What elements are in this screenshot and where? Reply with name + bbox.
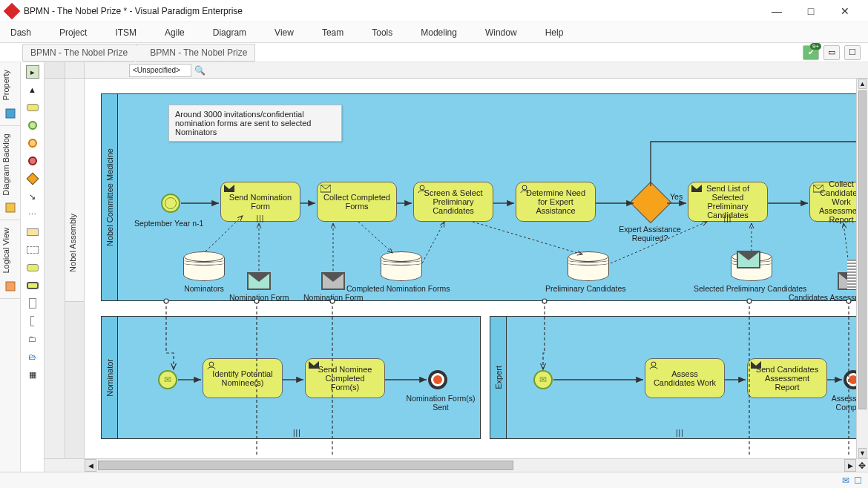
palette-cursor[interactable]: ▸ (26, 65, 39, 79)
task-send-list[interactable]: Send List of Selected Preliminary Candid… (688, 182, 768, 222)
breadcrumb-root[interactable]: BPMN - The Nobel Prize (22, 44, 136, 62)
pool-expert[interactable]: Expert Assess Candidates Work Send Candi… (490, 316, 856, 439)
menu-help[interactable]: Help (545, 27, 564, 38)
task-screen-select[interactable]: Screen & Select Preliminary Candidates (413, 182, 493, 222)
menu-modeling[interactable]: Modeling (421, 27, 457, 38)
expert-end[interactable] (844, 370, 856, 389)
send-icon (751, 361, 761, 370)
datastore-nominators[interactable]: Nominators (183, 251, 225, 286)
menu-project[interactable]: Project (59, 27, 87, 38)
palette-assoc[interactable]: ⋯ (26, 208, 39, 221)
layout-icon[interactable]: ▭ (823, 45, 840, 60)
scroll-up-arrow[interactable]: ▲ (858, 79, 867, 89)
task-send-assessment[interactable]: Send Candidates Assessment Report (747, 358, 827, 398)
user-icon (519, 185, 530, 194)
menu-team[interactable]: Team (322, 27, 343, 38)
svg-point-27 (209, 362, 214, 366)
palette-subprocess[interactable] (26, 261, 39, 274)
vscroll-thumb[interactable] (858, 90, 867, 409)
palette-task-yellow[interactable] (26, 101, 39, 114)
multi-instance-marker: ||| (293, 429, 301, 437)
tab-property[interactable]: Property (0, 62, 20, 126)
palette-event-green[interactable] (26, 119, 39, 132)
task-identify-nominees[interactable]: Identify Potential Nominee(s) (203, 358, 283, 398)
start-event-timer[interactable] (161, 194, 180, 213)
horizontal-scrollbar[interactable]: ◀ ▶ ✥ (45, 458, 868, 472)
diagram-canvas[interactable]: Nobel Committee Medicine Around 3000 inv… (85, 79, 856, 458)
tab-logical[interactable]: Logical View (0, 220, 20, 299)
palette-folder[interactable]: 🗁 (26, 350, 39, 363)
search-icon[interactable]: 🔍 (194, 65, 206, 76)
user-icon (648, 361, 659, 370)
resize-handle[interactable] (847, 260, 856, 289)
nominator-end-label: Nomination Form(s) Sent (406, 394, 476, 412)
nominator-end[interactable] (428, 370, 447, 389)
palette-callactivity[interactable] (26, 279, 39, 292)
close-button[interactable]: ✕ (828, 0, 862, 22)
palette-seqflow[interactable]: ↘ (26, 190, 39, 203)
start-event-label: September Year n-1 (134, 219, 203, 228)
envelope-assessment-label: Candidates Assessment (789, 293, 856, 302)
palette-triangle[interactable]: ▲ (26, 83, 39, 96)
pan-target-icon[interactable]: ✥ (856, 459, 868, 472)
task-send-nomination[interactable]: Send Nomination Form ||| (220, 182, 300, 222)
minimize-button[interactable]: — (760, 0, 794, 22)
style-dropdown[interactable]: <Unspecified> (129, 64, 191, 77)
palette-folder-open[interactable]: 🗀 (26, 332, 39, 346)
palette-gateway[interactable] (26, 172, 39, 185)
palette-dataobject[interactable] (26, 297, 39, 310)
svg-rect-1 (6, 203, 15, 212)
user-icon (417, 185, 427, 194)
nominator-start[interactable] (158, 370, 177, 389)
tab-backlog[interactable]: Diagram Backlog (0, 126, 20, 221)
status-mail-icon[interactable]: ✉ (842, 475, 849, 486)
menu-dash[interactable]: Dash (10, 27, 31, 38)
menu-view[interactable]: View (274, 27, 294, 38)
scroll-left-arrow[interactable]: ◀ (85, 459, 96, 472)
palette-annotation[interactable] (26, 314, 39, 328)
panes-icon[interactable]: ☐ (844, 45, 861, 60)
pool-nominator[interactable]: Nominator Identify Potential Nominee(s) … (101, 316, 481, 439)
send-icon (224, 185, 234, 194)
scroll-down-arrow[interactable]: ▼ (858, 448, 867, 458)
menu-agile[interactable]: Agile (165, 27, 185, 38)
envelope-nomination-in[interactable] (321, 272, 345, 290)
gateway-expert[interactable] (630, 182, 672, 224)
envelope-nomination-out[interactable] (247, 272, 271, 290)
pool-committee[interactable]: Nobel Committee Medicine Around 3000 inv… (101, 93, 856, 301)
envelope-nomination-in-label: Nomination Form (303, 293, 364, 302)
palette-grid[interactable]: ▦ (26, 368, 39, 381)
envelope-selected-list[interactable] (737, 251, 760, 268)
task-determine-expert[interactable]: Determine Need for Expert Assistance (516, 182, 596, 222)
annotation-note[interactable]: Around 3000 invitations/confidential nom… (168, 105, 342, 142)
commit-icon[interactable]: ✔9+ (803, 45, 819, 60)
diagram-palette: ▸ ▲ ↘ ⋯ 🗀 🗁 ▦ (21, 62, 45, 472)
palette-lane[interactable] (26, 243, 39, 257)
task-collect-forms[interactable]: Collect Completed Forms (317, 182, 397, 222)
svg-rect-0 (6, 109, 15, 118)
vertical-ruler-gutter (45, 79, 65, 458)
maximize-button[interactable]: □ (794, 0, 828, 22)
hscroll-thumb[interactable] (98, 461, 513, 470)
pool-nominator-title: Nominator (102, 317, 118, 438)
datastore-preliminary[interactable]: Preliminary Candidates (568, 251, 609, 286)
task-assess-work[interactable]: Assess Candidates Work (645, 358, 725, 398)
task-collect-report[interactable]: Collect Candidates' Work Assessment Repo… (809, 182, 856, 222)
rail-label-assembly: Nobel Assembly (68, 211, 77, 275)
expert-start[interactable] (533, 370, 553, 389)
vertical-scrollbar[interactable]: ▲ ▼ (856, 79, 868, 458)
breadcrumb-current[interactable]: BPMN - The Nobel Prize (136, 44, 255, 62)
palette-event-orange[interactable] (26, 136, 39, 150)
palette-event-red[interactable] (26, 154, 39, 168)
format-toolbar: <Unspecified> 🔍 (45, 62, 868, 79)
menu-itsm[interactable]: ITSM (115, 27, 137, 38)
menu-diagram[interactable]: Diagram (213, 27, 246, 38)
datastore-completed-forms[interactable]: Completed Nomination Forms (381, 251, 422, 286)
status-window-icon[interactable]: ☐ (854, 475, 862, 486)
pool-expert-title: Expert (490, 317, 507, 438)
palette-pool[interactable] (26, 225, 39, 239)
menu-tools[interactable]: Tools (372, 27, 392, 38)
task-send-nominee-forms[interactable]: Send Nominee Completed Form(s) (305, 358, 385, 398)
scroll-right-arrow[interactable]: ▶ (844, 459, 856, 472)
menu-window[interactable]: Window (485, 27, 517, 38)
